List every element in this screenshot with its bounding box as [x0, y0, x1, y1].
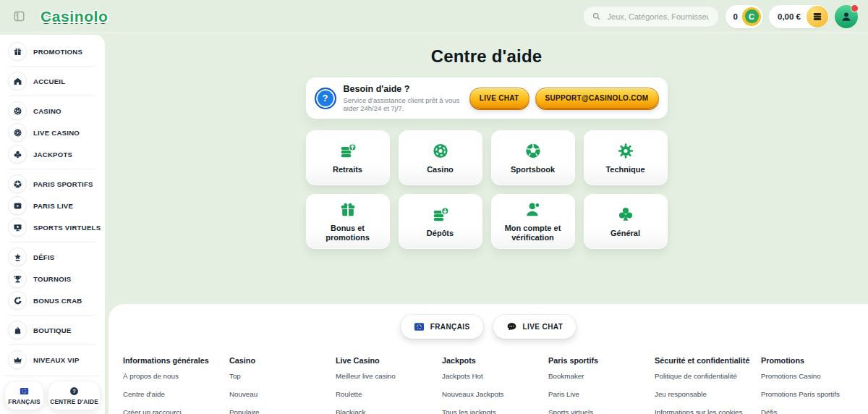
footer-link-jeu-responsable[interactable]: Jeu responsable — [655, 390, 761, 398]
language-button[interactable]: FRANÇAIS — [4, 381, 44, 410]
sidebar-item-live-casino[interactable]: LIVE CASINO — [0, 122, 105, 143]
sidebar-item-icon-circle — [8, 42, 27, 61]
sidebar-item-bonus-crab[interactable]: BONUS CRAB — [0, 290, 105, 311]
help-question-icon: ? — [315, 88, 336, 109]
category-card-sportsbook[interactable]: Sportsbook — [491, 130, 575, 185]
footer-column-links: Promotions CasinoPromotions Paris sporti… — [761, 372, 867, 414]
sidebar-item-jackpots[interactable]: JACKPOTS — [0, 143, 105, 165]
help-banner-actions: LIVE CHAT SUPPORT@CASINOLO.COM — [469, 88, 659, 109]
category-card-retraits[interactable]: Retraits — [306, 130, 390, 185]
sidebar-item-defis[interactable]: DÉFIS — [0, 246, 105, 268]
footer-link-defis[interactable]: Défis — [761, 408, 867, 414]
footer-link-meilleur-live-casino[interactable]: Meilleur live casino — [336, 372, 442, 380]
footer-column-links: BookmakerParis LiveSports virtuels — [548, 372, 655, 414]
category-card-bonus-et-promotions[interactable]: Bonus et promotions — [306, 194, 390, 249]
home-icon — [13, 77, 22, 86]
category-card-general[interactable]: Général — [584, 194, 668, 249]
footer-column: Promotions Promotions CasinoPromotions P… — [761, 356, 867, 414]
sidebar-toggle-icon — [12, 9, 26, 23]
sidebar-item-icon-circle — [8, 350, 27, 369]
category-card-mon-compte-et-verification[interactable]: Mon compte et vérification — [491, 194, 575, 249]
footer-column: Sécurité et confidentialité Politique de… — [655, 356, 761, 414]
footer-link-politique-de-confidentialite[interactable]: Politique de confidentialité — [655, 372, 761, 380]
support-email-button[interactable]: SUPPORT@CASINOLO.COM — [535, 88, 659, 109]
category-card-label: Bonus et promotions — [310, 224, 386, 242]
sidebar-item-paris-live[interactable]: PARIS LIVE — [0, 195, 105, 216]
star-medal-icon — [13, 253, 22, 262]
footer-language-button[interactable]: FRANÇAIS — [401, 315, 483, 339]
help-center-button[interactable]: ? CENTRE D'AIDE — [48, 381, 101, 410]
crab-claw-icon — [13, 296, 22, 305]
footer-link-roulette[interactable]: Roulette — [336, 390, 442, 398]
sidebar-item-icon-circle — [8, 72, 27, 90]
sidebar-item-label: BONUS CRAB — [33, 297, 82, 305]
footer-live-chat-button[interactable]: LIVE CHAT — [493, 315, 576, 339]
footer-link-nouveau[interactable]: Nouveau — [229, 390, 336, 398]
footer-link-paris-live[interactable]: Paris Live — [548, 390, 655, 398]
question-circle-icon: ? — [69, 386, 79, 396]
c-coin-letter: C — [745, 9, 759, 23]
casino-chip-icon — [13, 106, 22, 116]
footer-link-promotions-paris-sportifs[interactable]: Promotions Paris sportifs — [761, 390, 867, 398]
footer-column-links: À propos de nousCentre d'aideCréer un ra… — [123, 372, 229, 414]
category-card-depots[interactable]: Dépôts — [399, 194, 482, 249]
footer-link-promotions-casino[interactable]: Promotions Casino — [761, 372, 867, 380]
language-button-label: FRANÇAIS — [8, 398, 40, 405]
footer-link-blackjack[interactable]: Blackjack — [336, 408, 442, 414]
footer-column: Jackpots Jackpots HotNouveaux JackpotsTo… — [442, 356, 548, 414]
search-input[interactable] — [606, 12, 710, 22]
category-card-casino[interactable]: Casino — [399, 130, 482, 185]
profile-avatar[interactable] — [835, 5, 858, 28]
sidebar-item-label: LIVE CASINO — [33, 129, 80, 137]
chat-bubble-icon — [506, 321, 517, 332]
coin-balance-pill[interactable]: 0 C — [726, 5, 763, 28]
help-banner-title: Besoin d'aide ? — [344, 84, 462, 94]
clubs-icon — [13, 150, 22, 159]
footer-column-title: Informations générales — [123, 356, 229, 365]
sidebar-item-casino[interactable]: CASINO — [0, 100, 105, 122]
footer-link-creer-un-raccourci[interactable]: Créer un raccourci — [123, 408, 229, 414]
monitor-icon — [13, 223, 22, 232]
footer-link-top[interactable]: Top — [229, 372, 336, 380]
footer-link-sports-virtuels[interactable]: Sports virtuels — [548, 408, 655, 414]
footer-column-title: Sécurité et confidentialité — [655, 356, 761, 365]
eu-flag-icon — [20, 386, 29, 396]
footer-link-jackpots-hot[interactable]: Jackpots Hot — [442, 372, 548, 380]
sidebar-item-accueil[interactable]: ACCUEIL — [0, 70, 105, 92]
sidebar-item-tournois[interactable]: TOURNOIS — [0, 268, 105, 290]
sidebar-bottom: FRANÇAIS ? CENTRE D'AIDE — [4, 376, 101, 410]
person-icon — [840, 10, 853, 23]
sidebar-item-boutique[interactable]: BOUTIQUE — [0, 319, 105, 341]
header: Casinolo 0 C 0,00 € — [0, 0, 868, 33]
sidebar-item-niveaux-vip[interactable]: NIVEAUX VIP — [0, 349, 105, 371]
sidebar-item-label: PARIS SPORTIFS — [33, 180, 93, 188]
help-banner: ? Besoin d'aide ? Service d'assistance c… — [306, 77, 668, 119]
coins-withdraw-icon — [338, 142, 358, 160]
footer-link-centre-d-aide[interactable]: Centre d'aide — [123, 390, 229, 398]
footer-link-informations-sur-les-cookies[interactable]: Informations sur les cookies — [655, 408, 761, 414]
footer-link-tous-les-jackpots[interactable]: Tous les jackpots — [442, 408, 548, 414]
footer-language-label: FRANÇAIS — [430, 323, 470, 331]
footer-link-nouveaux-jackpots[interactable]: Nouveaux Jackpots — [442, 390, 548, 398]
search-bar[interactable] — [582, 5, 720, 28]
sidebar-item-sports-virtuels[interactable]: SPORTS VIRTUELS — [0, 216, 105, 238]
category-card-label: Retraits — [333, 165, 362, 174]
footer-link-a-propos-de-nous[interactable]: À propos de nous — [123, 372, 229, 380]
logo[interactable]: Casinolo — [33, 8, 108, 25]
sidebar-divider — [9, 169, 95, 169]
balance-pill[interactable]: 0,00 € — [769, 5, 829, 28]
coin-count: 0 — [733, 12, 738, 21]
sidebar-item-promotions[interactable]: PROMOTIONS — [0, 41, 105, 62]
footer-link-populaire[interactable]: Populaire — [229, 408, 336, 414]
footer-link-bookmaker[interactable]: Bookmaker — [548, 372, 655, 380]
trophy-icon — [13, 274, 22, 284]
footer-links: Informations générales À propos de nousC… — [109, 356, 868, 414]
category-card-label: Général — [610, 229, 640, 238]
sidebar-toggle-button[interactable] — [10, 8, 27, 25]
sidebar-item-paris-sportifs[interactable]: PARIS SPORTIFS — [0, 173, 105, 195]
shopping-bag-icon — [13, 326, 22, 335]
category-card-technique[interactable]: Technique — [584, 130, 668, 185]
help-center-button-label: CENTRE D'AIDE — [50, 398, 98, 405]
help-banner-subtitle: Service d'assistance client prêt à vous … — [344, 96, 462, 112]
live-chat-button[interactable]: LIVE CHAT — [469, 88, 529, 109]
